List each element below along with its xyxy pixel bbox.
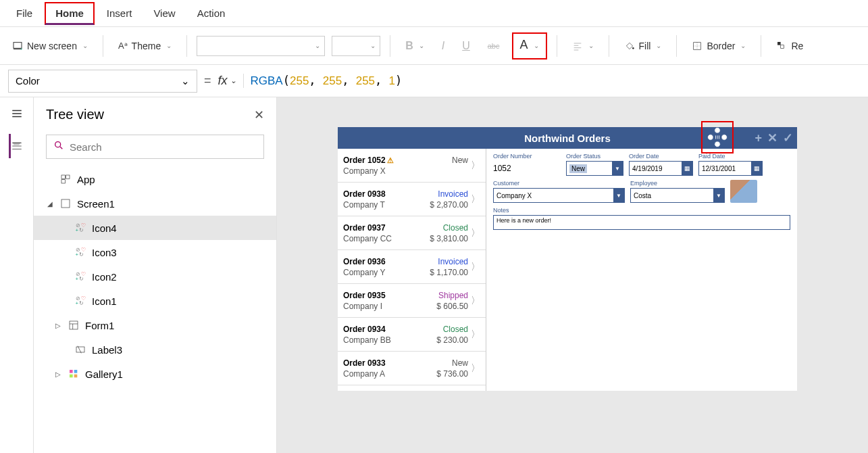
order-date-value: 4/19/2019 [632, 165, 663, 172]
fx-text: fx [218, 74, 228, 88]
tree-item-gallery1[interactable]: ▷ Gallery1 [34, 362, 276, 386]
tree-item-screen1[interactable]: ◢ Screen1 [34, 191, 276, 216]
tree-item-label3[interactable]: Label3 [34, 337, 276, 362]
reorder-button[interactable]: Re [771, 38, 809, 54]
tree-label: Icon3 [92, 247, 117, 258]
tree-label: Icon2 [92, 271, 117, 283]
font-size-select[interactable]: ⌄ [332, 36, 380, 56]
tree-label: App [77, 174, 95, 185]
order-gallery[interactable]: Order 1052⚠New Company X 〉 Order 0938Inv… [338, 149, 486, 391]
tree-view-icon[interactable] [9, 134, 25, 158]
formula-input[interactable]: RGBA(255, 255, 255, 1) [251, 74, 403, 88]
employee-select[interactable]: Costa▼ [630, 188, 725, 203]
order-list-item[interactable]: Order 0936Invoiced Company Y$ 1,170.00 〉 [338, 250, 486, 284]
icon-group-icon: ⊘♡+↻ [74, 295, 86, 307]
menubar: File Home Insert View Action [0, 0, 868, 27]
collapse-icon[interactable]: ◢ [47, 200, 54, 208]
separator [676, 35, 677, 57]
screen-icon [59, 197, 72, 210]
order-form: Order Number 1052 Order Status New▼ Orde… [486, 149, 797, 391]
tree-item-form1[interactable]: ▷ Form1 [34, 313, 276, 337]
svg-rect-18 [61, 175, 65, 178]
fill-label: Fill [639, 41, 651, 51]
separator [390, 35, 390, 57]
cancel-icon[interactable]: ✕ [767, 130, 777, 145]
tree-item-icon2[interactable]: ⊘♡+↻ Icon2 [34, 264, 276, 289]
main-area: Tree view ✕ App ◢ Screen1 ⊘♡+↻ Icon4 [0, 97, 868, 453]
check-icon[interactable]: ✓ [783, 130, 793, 145]
reorder-icon [776, 41, 787, 51]
font-color-icon: A [520, 39, 528, 53]
tree-item-app[interactable]: App [34, 167, 276, 191]
property-select[interactable]: Color ⌄ [8, 70, 197, 93]
order-status-select[interactable]: New▼ [566, 161, 623, 176]
sort-icon-selected[interactable] [701, 121, 734, 153]
tree-label: Icon1 [92, 295, 117, 307]
ribbon: + New screen ⌄ Aᵃ Theme ⌄ ⌄ ⌄ B⌄ I U abc… [0, 27, 868, 65]
bold-button[interactable]: B⌄ [400, 37, 430, 55]
strike-button[interactable]: abc [482, 39, 505, 53]
order-list-item[interactable]: Order 0934Closed Company BB$ 230.00 〉 [338, 318, 486, 352]
paid-date-input[interactable]: 12/31/2001▦ [698, 161, 763, 176]
bold-icon: B [405, 40, 413, 52]
separator [103, 35, 103, 57]
svg-line-17 [60, 147, 62, 149]
underline-button[interactable]: U [457, 37, 476, 55]
close-icon[interactable]: ✕ [254, 108, 264, 122]
tree-title: Tree view [46, 107, 104, 122]
add-icon[interactable]: + [755, 131, 762, 145]
menu-insert[interactable]: Insert [97, 3, 142, 23]
tree-item-icon4[interactable]: ⊘♡+↻ Icon4 [34, 216, 276, 240]
expand-icon[interactable]: ▷ [55, 371, 62, 378]
svg-rect-29 [70, 375, 73, 378]
chevron-right-icon: 〉 [471, 295, 480, 307]
hamburger-icon[interactable] [9, 105, 25, 122]
order-list-item[interactable]: Order 0933New Company A$ 736.00 〉 [338, 352, 486, 385]
app-icon [59, 173, 72, 185]
italic-button[interactable]: I [436, 37, 450, 55]
tree-label: Gallery1 [85, 368, 123, 380]
icon-group-icon: ⊘♡+↻ [74, 222, 86, 234]
menu-action[interactable]: Action [188, 3, 235, 23]
svg-point-7 [632, 47, 634, 49]
employee-avatar [730, 180, 757, 203]
align-button[interactable]: ⌄ [567, 38, 599, 54]
tree-item-icon3[interactable]: ⊘♡+↻ Icon3 [34, 240, 276, 264]
new-screen-label: New screen [27, 41, 77, 51]
order-date-label: Order Date [629, 153, 693, 160]
menu-home[interactable]: Home [45, 2, 95, 25]
tree-item-icon1[interactable]: ⊘♡+↻ Icon1 [34, 289, 276, 313]
svg-point-33 [721, 135, 727, 141]
chevron-right-icon: 〉 [471, 362, 480, 375]
separator [609, 35, 609, 57]
search-input[interactable] [70, 141, 257, 153]
chevron-down-icon: ⌄ [534, 42, 539, 49]
tree-search-box[interactable] [46, 135, 264, 159]
title-actions: + ✕ ✓ [755, 130, 793, 145]
font-color-button[interactable]: A ⌄ [512, 32, 547, 59]
separator [557, 35, 557, 57]
order-list-item[interactable]: Order 1052⚠New Company X 〉 [338, 149, 486, 183]
notes-input[interactable]: Here is a new order! [493, 215, 790, 230]
employee-value: Costa [634, 192, 651, 199]
theme-button[interactable]: Aᵃ Theme ⌄ [113, 38, 177, 54]
order-list-item[interactable]: Order 0937Closed Company CC$ 3,810.00 〉 [338, 216, 486, 250]
border-button[interactable]: Border ⌄ [686, 38, 751, 54]
paint-bucket-icon [624, 41, 635, 51]
customer-select[interactable]: Company X▼ [493, 188, 625, 203]
menu-view[interactable]: View [144, 3, 184, 23]
order-date-input[interactable]: 4/19/2019▦ [629, 161, 693, 176]
calendar-icon: ▦ [682, 162, 692, 175]
expand-icon[interactable]: ▷ [55, 322, 62, 329]
svg-rect-20 [61, 180, 65, 183]
new-screen-button[interactable]: + New screen ⌄ [7, 38, 93, 54]
tree-view-panel: Tree view ✕ App ◢ Screen1 ⊘♡+↻ Icon4 [34, 97, 277, 453]
fill-button[interactable]: Fill ⌄ [619, 38, 667, 54]
order-list-item[interactable]: Order 0938Invoiced Company T$ 2,870.00 〉 [338, 183, 486, 216]
tree-header: Tree view ✕ [34, 97, 276, 132]
order-list-item[interactable]: Order 0935Shipped Company I$ 606.50 〉 [338, 284, 486, 318]
calendar-icon: ▦ [751, 162, 762, 175]
font-select[interactable]: ⌄ [197, 36, 325, 56]
menu-file[interactable]: File [7, 3, 42, 23]
fx-label[interactable]: fx⌄ [218, 74, 244, 88]
